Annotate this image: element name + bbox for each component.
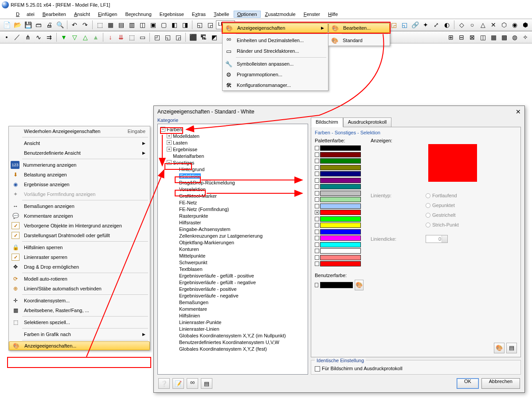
split-icon[interactable]: ⋔ [23,32,33,42]
load2-icon[interactable]: ⇊ [116,32,126,42]
menu-ansicht[interactable]: Ansicht [70,11,94,18]
saveall-icon[interactable]: 🗃 [34,20,43,30]
model1-icon[interactable]: ⬛ [188,32,198,42]
color-picker-button[interactable]: 🎨 [355,280,364,290]
cm-bemassungen[interactable]: ↔Bemaßungen anzeigen [9,201,150,211]
palette-row[interactable] [315,152,364,158]
shape7-icon[interactable]: ⬢ [520,20,530,30]
palette-row[interactable] [315,171,364,177]
cube2-icon[interactable]: ◲ [205,20,215,30]
palette[interactable]: ✕ [315,145,364,267]
cube4-icon[interactable]: ◱ [399,20,409,30]
cm-farben-grafik[interactable]: Farben in Grafik nach▶ [9,329,150,339]
cm-darstellung[interactable]: ✓Darstellungsart Drahtmodell oder gefüll… [9,231,150,240]
data-icon[interactable]: ▦ [106,20,115,30]
palette-row[interactable] [315,248,364,254]
scale-icon[interactable]: ⤢ [431,20,441,30]
menu-tabelle[interactable]: Tabelle [210,11,233,18]
cm-kommentare[interactable]: 💬Kommentare anzeigen [9,211,150,221]
cm-benutzerdefiniert[interactable]: Benutzerdefinierte Ansicht▶ [9,148,150,158]
tree-item[interactable]: Ergebnisverläufe - positive [159,286,307,292]
print-icon[interactable]: 🖨 [44,20,54,30]
cm-nummerierung[interactable]: 123Nummerierung anzeigen [9,160,150,170]
tree-item[interactable]: Linienraster-Linien [159,325,307,332]
res3-icon[interactable]: ⊠ [467,32,477,42]
menu-berechnung[interactable]: Berechnung [121,11,155,18]
menu-extras[interactable]: Extras [188,11,209,18]
tree-item[interactable]: Zellenkreuzungen zur Lastgenerierung [159,232,307,239]
curve-icon[interactable]: ∿ [34,32,43,42]
load3-icon[interactable]: ⬚ [127,32,137,42]
options-raender[interactable]: ▭Ränder und Streckfaktoren... [223,46,328,56]
support4-icon[interactable]: ▲ [91,32,101,42]
tree-item[interactable]: Benutzerdefiniertes Koordinatensystem U,… [159,339,307,345]
shape2-icon[interactable]: ○ [467,20,477,30]
views-icon[interactable]: ▥ [127,20,137,30]
options-einheiten[interactable]: ⁰⁰Einheiten und Dezimalstellen... [223,35,328,46]
cm-autorotieren[interactable]: ⟳Modell auto-rotieren [9,274,150,284]
shape6-icon[interactable]: ◉ [510,20,520,30]
tree-item[interactable]: Konturen [159,246,307,252]
res1-icon[interactable]: ⊞ [446,32,456,42]
tree-item[interactable]: Mittelpunkte [159,252,307,259]
redo-icon[interactable]: ↷ [80,20,90,30]
menu-datei[interactable]: Datei [12,11,38,18]
offset-icon[interactable]: ⇉ [44,32,54,42]
menu-hilfe[interactable]: Hilfe [325,11,341,18]
cancel-button[interactable]: Abbrechen [481,378,520,389]
user-color-swatch[interactable] [320,282,353,288]
submenu-standard[interactable]: 🎨Standard [329,35,390,46]
res6-icon[interactable]: ▩ [499,32,509,42]
palette-row[interactable] [315,190,364,197]
tree-item[interactable]: Bemaßungen [159,299,307,305]
save-icon[interactable]: 💾 [23,20,33,30]
palette-row[interactable] [315,158,364,164]
cm-koordinatensystem[interactable]: ✛Koordinatensystem... [9,296,150,305]
table-icon[interactable]: ▤ [116,20,126,30]
palette-row[interactable] [315,235,364,242]
new-file-icon[interactable]: 📄 [2,20,12,30]
palette-row[interactable] [315,216,364,223]
tree-item[interactable]: Linienraster-Punkte [159,319,307,325]
res8-icon[interactable]: ✧ [520,32,530,42]
category-tree[interactable]: −Farben +Modelldaten +Lasten +Ergebnisse… [157,124,308,375]
menu-optionen[interactable]: Optionen [234,11,261,18]
sec1-icon[interactable]: ◰ [152,32,162,42]
open-icon[interactable]: 📂 [12,20,22,30]
cm-dragdrop[interactable]: ✥Drag & Drop ermöglichen [9,262,150,272]
box1-icon[interactable]: ▣ [148,20,158,30]
identische-checkbox[interactable]: Für Bildschirm und Ausdruckprotokoll [315,366,517,372]
shape3-icon[interactable]: △ [478,20,488,30]
tree-item[interactable]: Globales Koordinatensystem X,Y,Z (im Nul… [159,332,307,339]
cm-arbeitsebene[interactable]: ▦Arbeitsebene, Raster/Fang, ... [9,305,150,315]
shape4-icon[interactable]: ✕ [489,20,498,30]
reset-button[interactable]: ▤ [201,378,212,389]
tree-item[interactable]: Textblasen [159,266,307,272]
box2-icon[interactable]: ▢ [159,20,168,30]
misc1-icon[interactable]: ◐ [442,20,452,30]
cm-hilfslinien-sperren[interactable]: 🔒Hilfslinien sperren [9,243,150,252]
tree-item[interactable]: Hilfsraster [159,219,307,226]
res7-icon[interactable]: ◍ [510,32,520,42]
tree-item[interactable]: Schwerpunkt [159,259,307,266]
tree-item[interactable]: Rasterpunkte [159,212,307,219]
cm-verborgene[interactable]: ✓Verborgene Objekte im Hintergrund anzei… [9,221,150,231]
res5-icon[interactable]: ▦ [489,32,498,42]
linetype-fortlaufend[interactable]: Fortlaufend [426,193,457,199]
user-color-checkbox[interactable] [315,283,318,287]
linetype-gestrichelt[interactable]: Gestrichelt [426,212,456,218]
model3-icon[interactable]: ◩ [209,32,219,42]
box3-icon[interactable]: ◧ [169,20,179,30]
tree-item[interactable]: Ergebnisverläufe - gefüllt - positive [159,272,307,279]
palette-row[interactable] [315,222,364,229]
options-programmoptionen[interactable]: ⚙Programmoptionen... [223,69,328,80]
help-button[interactable]: ❔ [158,378,170,389]
tree-item[interactable]: FE-Netz (Formfindung) [159,206,307,212]
palette-row[interactable] [315,254,364,261]
cm-belastung[interactable]: ⬇Belastung anzeigen [9,170,150,180]
cm-selektieren-speziell[interactable]: ⬚Selektieren speziell... [9,317,150,327]
tree-materialfarben[interactable]: Materialfarben [159,153,307,159]
cube1-icon[interactable]: ◱ [195,20,204,30]
nav-icon[interactable]: ⬚ [95,20,105,30]
tab-bildschirm[interactable]: Bildschirm [311,117,343,127]
